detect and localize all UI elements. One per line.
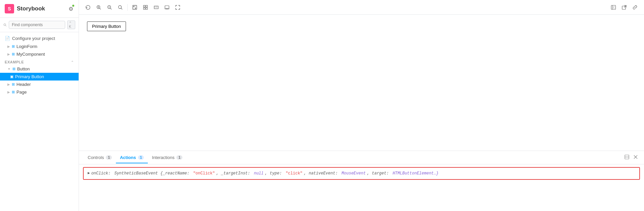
nav-tree: 📄 Configure your project ▶ ⊞ LoginForm ▶… xyxy=(0,32,79,211)
viewport-icon xyxy=(164,5,170,10)
search-input[interactable] xyxy=(9,21,65,29)
section-example[interactable]: EXAMPLE ⌃ xyxy=(0,58,79,65)
svg-rect-27 xyxy=(611,5,616,9)
tab-controls[interactable]: Controls 1 xyxy=(84,152,116,163)
background-button[interactable] xyxy=(130,3,140,12)
main-area: Primary Button Controls 1 Actions 1 Inte… xyxy=(79,0,644,211)
tab-actions-badge: 1 xyxy=(138,155,144,160)
bottom-panel: Controls 1 Actions 1 Interactions 1 xyxy=(79,151,644,211)
tab-interactions-badge: 1 xyxy=(176,155,182,160)
log-native-event-value: MouseEvent xyxy=(342,170,366,176)
svg-point-0 xyxy=(4,23,6,25)
comp-icon-loginform: ⊞ xyxy=(12,44,15,49)
zoom-in-button[interactable] xyxy=(94,3,104,12)
sidebar-hide-button[interactable] xyxy=(608,3,618,12)
tab-controls-badge: 1 xyxy=(106,155,112,160)
viewport-button[interactable] xyxy=(162,3,172,12)
zoom-out-icon xyxy=(107,5,112,10)
svg-line-10 xyxy=(121,8,123,9)
svg-rect-19 xyxy=(146,8,147,9)
chevron-icon-header: ▶ xyxy=(7,83,10,86)
search-shortcut: ⌃ K xyxy=(67,20,75,29)
chevron-icon-button: ▼ xyxy=(7,67,11,71)
svg-rect-11 xyxy=(133,5,137,9)
fullscreen-icon xyxy=(175,5,180,10)
comp-icon-button: ⊞ xyxy=(12,67,15,71)
svg-rect-14 xyxy=(133,8,134,9)
svg-line-1 xyxy=(5,25,6,26)
tree-item-button[interactable]: ▼ ⊞ Button xyxy=(0,65,79,73)
open-new-tab-button[interactable] xyxy=(619,3,629,12)
toolbar xyxy=(79,0,644,15)
tab-controls-label: Controls xyxy=(88,155,104,160)
svg-line-3 xyxy=(100,8,101,9)
log-event-class: SyntheticBaseEvent {_reactName: xyxy=(112,170,192,176)
zoom-reset-button[interactable] xyxy=(115,3,125,12)
search-bar: ⌃ K xyxy=(0,18,79,32)
grid-button[interactable] xyxy=(140,3,151,12)
panel-tab-right xyxy=(623,153,639,162)
search-icon xyxy=(3,23,7,27)
tree-item-page[interactable]: ▶ ⊞ Page xyxy=(0,88,79,96)
tab-actions[interactable]: Actions 1 xyxy=(116,152,148,163)
zoom-out-button[interactable] xyxy=(104,3,115,12)
log-expand-arrow[interactable]: ▶ xyxy=(88,170,90,176)
log-target-inst-value: null xyxy=(254,170,264,176)
log-type-value: "click" xyxy=(286,170,302,176)
copy-link-button[interactable] xyxy=(630,3,640,12)
primary-button-label: Primary Button xyxy=(15,74,44,79)
header-label: Header xyxy=(16,82,31,87)
svg-line-32 xyxy=(624,5,626,7)
fullscreen-button[interactable] xyxy=(173,3,183,12)
outline-icon xyxy=(154,5,159,10)
zoom-reset-icon xyxy=(118,5,123,10)
remount-button[interactable] xyxy=(83,3,93,12)
sidebar-hide-icon xyxy=(611,5,616,10)
svg-rect-17 xyxy=(146,5,147,7)
tree-item-header[interactable]: ▶ ⊞ Header xyxy=(0,81,79,88)
tab-interactions[interactable]: Interactions 1 xyxy=(148,152,186,163)
nav-item-configure[interactable]: 📄 Configure your project xyxy=(0,34,79,43)
svg-line-29 xyxy=(613,6,614,7)
outline-button[interactable] xyxy=(151,3,161,12)
tree-item-loginform[interactable]: ▶ ⊞ LoginForm xyxy=(0,43,79,50)
remount-icon xyxy=(85,5,91,10)
doc-icon: 📄 xyxy=(5,36,10,41)
action-log: ▶ onClick: SyntheticBaseEvent {_reactNam… xyxy=(83,167,640,180)
configure-label: Configure your project xyxy=(12,36,55,41)
button-label: Button xyxy=(17,66,30,71)
story-icon-primary: ▣ xyxy=(10,74,13,79)
copy-link-icon xyxy=(632,5,638,10)
chevron-icon-page: ▶ xyxy=(7,90,10,94)
log-react-name-value: "onClick" xyxy=(193,170,215,176)
svg-rect-13 xyxy=(135,6,136,7)
svg-rect-15 xyxy=(135,8,136,9)
svg-rect-12 xyxy=(133,6,134,7)
panel-tabs: Controls 1 Actions 1 Interactions 1 xyxy=(79,151,644,164)
sidebar-header-right: ⚙ xyxy=(68,5,74,13)
settings-button[interactable]: ⚙ xyxy=(68,5,74,13)
tree-item-primary-button[interactable]: ▣ Primary Button xyxy=(0,73,79,81)
close-icon xyxy=(633,155,638,159)
section-chevron: ⌃ xyxy=(71,60,74,64)
zoom-in-icon xyxy=(96,5,101,10)
preview-primary-button[interactable]: Primary Button xyxy=(87,21,126,31)
background-icon xyxy=(132,5,137,10)
log-event-key: onClick: xyxy=(91,170,111,176)
comp-icon-header: ⊞ xyxy=(12,82,15,87)
storybook-logo: S xyxy=(5,4,14,13)
panel-close-button[interactable] xyxy=(632,153,639,162)
tab-interactions-label: Interactions xyxy=(152,155,174,160)
mycomponent-label: MyComponent xyxy=(16,52,45,57)
app-title: Storybook xyxy=(17,5,45,12)
log-sep2: , type: xyxy=(265,170,285,176)
svg-point-9 xyxy=(119,5,122,8)
settings-badge xyxy=(72,4,75,7)
toolbar-separator-1 xyxy=(127,4,128,11)
panel-split-button[interactable] xyxy=(623,153,631,162)
section-example-label: EXAMPLE xyxy=(5,60,24,64)
tree-item-mycomponent[interactable]: ▶ ⊞ MyComponent xyxy=(0,50,79,58)
loginform-label: LoginForm xyxy=(16,44,37,49)
svg-line-7 xyxy=(111,8,112,9)
log-sep1: , _targetInst: xyxy=(216,170,253,176)
